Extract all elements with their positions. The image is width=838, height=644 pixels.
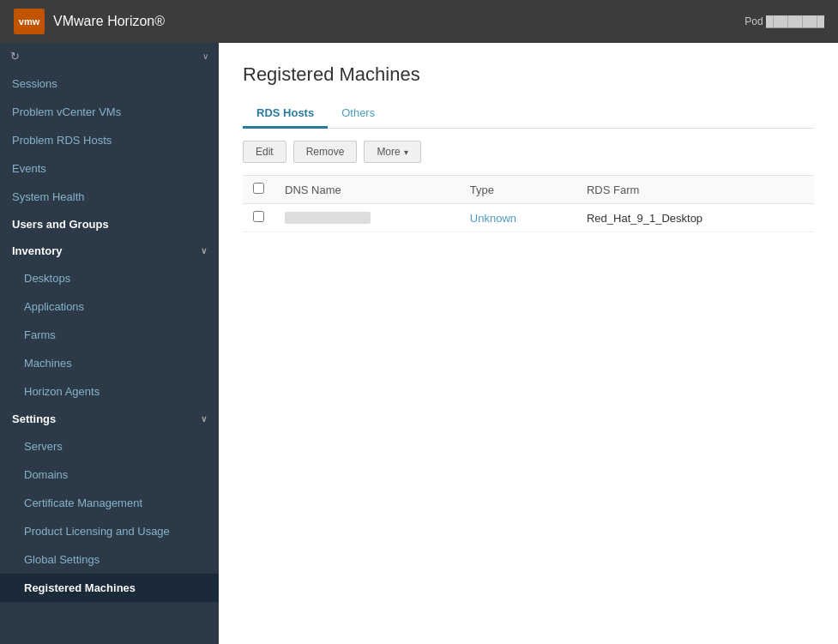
main-layout: ↻ ∨ Sessions Problem vCenter VMs Problem… [0, 43, 838, 644]
sidebar: ↻ ∨ Sessions Problem vCenter VMs Problem… [0, 43, 219, 644]
sidebar-item-global-settings[interactable]: Global Settings [0, 545, 219, 574]
sidebar-item-registered-machines[interactable]: Registered Machines [0, 574, 219, 602]
app-header: vmw VMware Horizon® Pod ████████ [0, 0, 838, 43]
row-type-cell: Unknown [460, 204, 576, 232]
col-rds-farm: RDS Farm [576, 176, 814, 204]
row-checkbox[interactable] [253, 211, 264, 222]
vmware-logo: vmw [14, 9, 45, 34]
row-type-link[interactable]: Unknown [470, 212, 516, 225]
row-rds-farm-cell: Red_Hat_9_1_Desktop [576, 204, 814, 232]
sidebar-item-events[interactable]: Events [0, 154, 219, 183]
sidebar-section-inventory[interactable]: Inventory ∨ [0, 238, 219, 264]
more-button[interactable]: More ▾ [364, 141, 420, 163]
row-dns-name-cell [274, 204, 460, 232]
sidebar-item-certificate-management[interactable]: Certificate Management [0, 489, 219, 517]
main-content-area: Registered Machines RDS Hosts Others Edi… [219, 43, 838, 644]
select-all-checkbox[interactable] [253, 183, 264, 194]
tab-others[interactable]: Others [328, 99, 389, 129]
page-title: Registered Machines [243, 63, 814, 86]
dns-name-blurred [285, 212, 371, 224]
pod-info: Pod ████████ [745, 15, 824, 27]
tab-bar: RDS Hosts Others [243, 99, 814, 129]
table-container: DNS Name Type RDS Farm Unk [219, 175, 838, 644]
more-chevron-icon: ▾ [404, 147, 408, 157]
sidebar-item-desktops[interactable]: Desktops [0, 264, 219, 292]
page-header: Registered Machines RDS Hosts Others [219, 43, 838, 129]
row-checkbox-cell [243, 204, 274, 232]
col-type: Type [460, 176, 576, 204]
sidebar-item-sessions[interactable]: Sessions [0, 69, 219, 98]
sidebar-item-applications[interactable]: Applications [0, 292, 219, 321]
header-left: vmw VMware Horizon® [14, 9, 165, 34]
toolbar: Edit Remove More ▾ [219, 129, 838, 175]
sidebar-item-problem-rds-hosts[interactable]: Problem RDS Hosts [0, 126, 219, 154]
sidebar-item-domains[interactable]: Domains [0, 460, 219, 489]
table-header-row: DNS Name Type RDS Farm [243, 176, 814, 204]
sidebar-item-servers[interactable]: Servers [0, 432, 219, 460]
sidebar-section-users-groups[interactable]: Users and Groups [0, 211, 219, 238]
table-row: Unknown Red_Hat_9_1_Desktop [243, 204, 814, 232]
sidebar-item-farms[interactable]: Farms [0, 321, 219, 349]
registered-machines-table: DNS Name Type RDS Farm Unk [243, 175, 814, 232]
sidebar-item-system-health[interactable]: System Health [0, 183, 219, 211]
select-all-col [243, 176, 274, 204]
sidebar-section-settings[interactable]: Settings ∨ [0, 406, 219, 432]
remove-button[interactable]: Remove [293, 141, 358, 163]
inventory-chevron-icon: ∨ [201, 246, 207, 256]
sidebar-item-product-licensing[interactable]: Product Licensing and Usage [0, 517, 219, 545]
app-title: VMware Horizon® [53, 14, 165, 29]
settings-chevron-icon: ∨ [201, 414, 207, 424]
sidebar-item-machines[interactable]: Machines [0, 349, 219, 377]
sidebar-controls: ↻ ∨ [0, 43, 219, 69]
tab-rds-hosts[interactable]: RDS Hosts [243, 99, 328, 129]
refresh-icon[interactable]: ↻ [10, 50, 20, 63]
edit-button[interactable]: Edit [243, 141, 286, 163]
collapse-icon[interactable]: ∨ [202, 51, 208, 61]
col-dns-name: DNS Name [274, 176, 460, 204]
sidebar-item-horizon-agents[interactable]: Horizon Agents [0, 377, 219, 406]
sidebar-item-problem-vcenter-vms[interactable]: Problem vCenter VMs [0, 98, 219, 126]
